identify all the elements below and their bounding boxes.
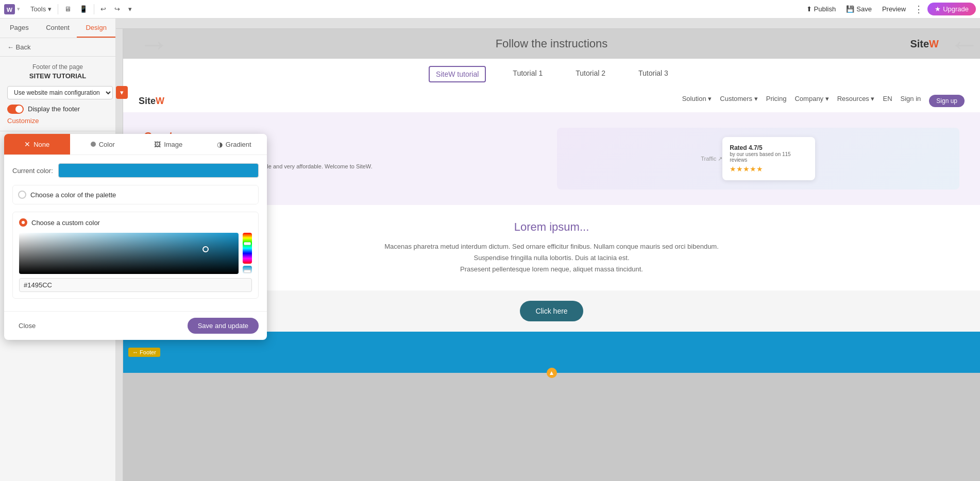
nav-link-customers[interactable]: Customers ▾ [720, 95, 757, 107]
dialog-footer: Close Save and update [4, 311, 267, 340]
preview-nav: SiteW Solution ▾ Customers ▾ Pricing Com… [123, 90, 980, 112]
tab-tutorial1-label: Tutorial 1 [513, 69, 543, 77]
rating-sub-text: by our users based on 115 reviews [730, 151, 808, 163]
save-button[interactable]: 💾 Save [842, 3, 876, 15]
publish-icon: ⬆ [806, 5, 812, 13]
color-picker-dialog: ✕ None Color 🖼 Image ◑ Gradient Current … [4, 134, 267, 340]
rating-text: Rated 4.7/5 [730, 144, 808, 151]
spectrum-dark-overlay [19, 233, 239, 274]
config-orange-button[interactable]: ▾ [116, 86, 128, 99]
nav-signin[interactable]: Sign in [901, 95, 921, 107]
save-icon: 💾 [846, 5, 854, 13]
publish-label: Publish [814, 5, 836, 13]
sliders-container [243, 233, 252, 274]
color-tab-gradient[interactable]: ◑ Gradient [201, 134, 267, 154]
redo-icon: ↪ [114, 5, 120, 13]
toolbar: w ▾ Tools ▾ 🖥 📱 ↩ ↪ ▾ ⬆ Publish 💾 Save P… [0, 0, 980, 19]
palette-radio[interactable] [18, 191, 26, 199]
nav-link-pricing[interactable]: Pricing [766, 95, 787, 107]
display-footer-toggle[interactable] [7, 105, 24, 114]
footer-config-section: Footer of the page SITEW TUTORIAL Use we… [0, 57, 115, 131]
tab-content[interactable]: Content [39, 19, 77, 38]
footer-tag: ↔ Footer [128, 348, 160, 357]
back-button[interactable]: ← Back [0, 38, 115, 57]
upgrade-button[interactable]: ★ Upgrade [927, 3, 976, 15]
toggle-row: Display the footer [7, 105, 108, 114]
image-icon: 🖼 [154, 141, 161, 148]
mobile-icon: 📱 [79, 5, 88, 13]
spectrum-cursor[interactable] [202, 246, 209, 252]
lorem-text-1: Macenas pharetra metud interdum dictum. … [384, 243, 719, 250]
hex-input-row [19, 278, 252, 292]
tab-pages[interactable]: Pages [0, 19, 39, 38]
custom-color-label: Choose a custom color [31, 219, 100, 227]
hex-input[interactable] [19, 278, 252, 292]
tab-tutorial2-label: Tutorial 2 [576, 69, 605, 77]
color-tabs: ✕ None Color 🖼 Image ◑ Gradient [4, 134, 267, 155]
footer-expand-icon[interactable]: ▲ [547, 368, 557, 378]
lorem-text-2: Suspendise fringilla nulla lobortis. Dui… [474, 254, 629, 262]
tab-sitew-tutorial-label: SiteW tutorial [436, 70, 479, 78]
custom-color-header: Choose a custom color [19, 218, 252, 227]
toolbar-right: ⬆ Publish 💾 Save Preview ⋮ ★ Upgrade [802, 2, 976, 17]
color-body: Current color: Choose a color of the pal… [4, 155, 267, 307]
site-tab-tutorial3[interactable]: Tutorial 3 [632, 66, 674, 82]
close-button[interactable]: Close [12, 319, 42, 333]
sitew-logo-w: W [929, 38, 939, 49]
click-here-button[interactable]: Click here [520, 301, 583, 321]
palette-row[interactable]: Choose a color of the palette [12, 185, 259, 204]
tools-button[interactable]: Tools ▾ [26, 3, 56, 15]
preview-button[interactable]: Preview [878, 3, 910, 15]
color-tab-color-label: Color [99, 141, 115, 148]
left-tabs: Pages Content Design [0, 19, 115, 38]
toggle-knob [15, 106, 23, 113]
color-dot-icon [91, 142, 96, 147]
nav-link-resources[interactable]: Resources ▾ [837, 95, 875, 107]
save-update-button[interactable]: Save and update [188, 318, 259, 334]
custom-color-section: Choose a custom color [12, 212, 259, 299]
nav-link-company[interactable]: Company ▾ [795, 95, 829, 107]
color-tab-image-label: Image [164, 141, 182, 148]
color-tab-none-label: None [33, 141, 49, 148]
customize-link[interactable]: Customize [7, 117, 108, 125]
color-tab-image[interactable]: 🖼 Image [136, 134, 201, 154]
tab-tutorial3-label: Tutorial 3 [638, 69, 668, 77]
custom-radio[interactable] [19, 218, 27, 227]
footer-section-title: Footer of the page SITEW TUTORIAL [7, 63, 108, 81]
color-tab-none[interactable]: ✕ None [4, 134, 70, 154]
gradient-icon: ◑ [217, 141, 223, 148]
tab-design[interactable]: Design [77, 19, 115, 38]
site-tab-tutorial1[interactable]: Tutorial 1 [506, 66, 549, 82]
current-color-row: Current color: [12, 163, 259, 178]
x-icon: ✕ [24, 140, 30, 148]
tools-label: Tools [30, 5, 46, 13]
hue-thumb[interactable] [244, 242, 251, 245]
opacity-slider[interactable] [243, 266, 252, 274]
desktop-view-button[interactable]: 🖥 [60, 3, 75, 15]
mobile-view-button[interactable]: 📱 [75, 3, 92, 15]
site-tab-sitew-tutorial[interactable]: SiteW tutorial [429, 66, 486, 82]
redo-button[interactable]: ↪ [110, 3, 124, 15]
nav-link-solution[interactable]: Solution ▾ [682, 95, 712, 107]
more-button[interactable]: ▾ [124, 3, 136, 15]
stars-display: ★★★★★ [730, 165, 808, 173]
color-spectrum-area[interactable] [19, 233, 239, 274]
hero-image-area: Traffic ↗ Rated 4.7/5 by our users based… [557, 128, 960, 190]
opacity-thumb[interactable] [244, 270, 251, 273]
arrow-left-icon: → [139, 29, 170, 62]
nav-logo-w: W [156, 96, 164, 106]
site-tab-tutorial2[interactable]: Tutorial 2 [569, 66, 612, 82]
color-tab-gradient-label: Gradient [226, 141, 251, 148]
undo-button[interactable]: ↩ [96, 3, 110, 15]
nav-logo: SiteW [139, 96, 164, 107]
ruler-top [116, 19, 980, 29]
website-config-dropdown[interactable]: Use website main configuration [7, 86, 113, 99]
separator-1 [58, 4, 58, 14]
nav-signup-button[interactable]: Sign up [929, 95, 965, 107]
nav-lang[interactable]: EN [883, 95, 892, 107]
publish-button[interactable]: ⬆ Publish [802, 3, 840, 15]
hue-slider[interactable] [243, 233, 252, 264]
color-tab-color[interactable]: Color [70, 134, 136, 154]
options-button[interactable]: ⋮ [912, 2, 925, 17]
color-picker-row [19, 233, 252, 274]
